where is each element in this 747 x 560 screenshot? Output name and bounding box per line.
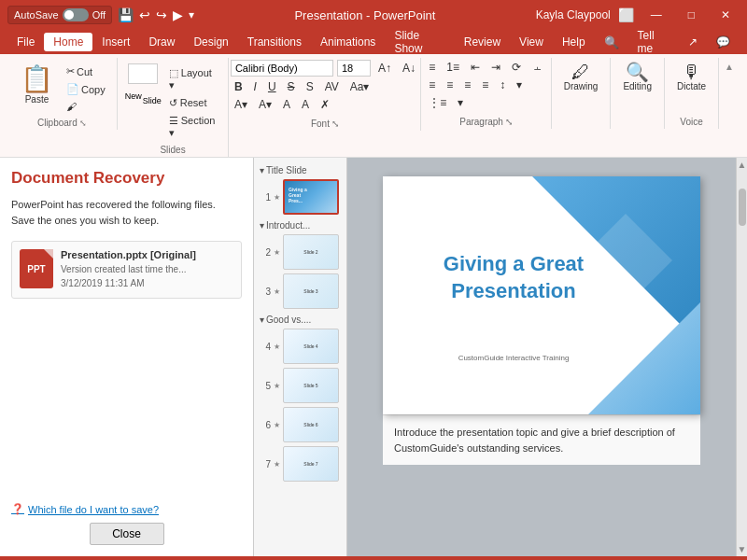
restore-icon[interactable]: ⬜ [618, 7, 634, 22]
align-center-button[interactable]: ≡ [443, 77, 457, 92]
editing-button[interactable]: 🔍 Editing [618, 60, 656, 94]
paragraph-expander[interactable]: ⤡ [505, 117, 513, 127]
font-label: Font ⤡ [236, 115, 413, 129]
menu-view[interactable]: View [510, 33, 553, 51]
minimize-button[interactable]: — [641, 7, 671, 23]
save-icon[interactable]: 💾 [118, 7, 134, 22]
slide-item-2[interactable]: 2 ★ Slide 2 [256, 232, 345, 272]
bold-button[interactable]: B [231, 79, 247, 94]
present-icon[interactable]: ▶ [173, 7, 183, 22]
font-expander[interactable]: ⤡ [331, 119, 339, 129]
align-left-button[interactable]: ≡ [425, 77, 439, 92]
justify-button[interactable]: ≡ [478, 77, 492, 92]
decrease-indent-button[interactable]: ⇤ [467, 60, 484, 75]
font-name-input[interactable] [231, 60, 333, 77]
slide-thumb-1[interactable]: Giving aGreatPres... [283, 179, 339, 215]
underline-button[interactable]: U [264, 79, 280, 94]
close-recovery-button[interactable]: Close [90, 523, 164, 545]
vertical-scrollbar[interactable]: ▲ ▼ [736, 158, 747, 556]
section-collapse-title[interactable]: ▾ [260, 165, 264, 175]
dictate-button[interactable]: 🎙 Dictate [672, 60, 711, 94]
columns-button[interactable]: ⫠ [529, 60, 547, 75]
clear-format-button[interactable]: ✗ [317, 97, 333, 112]
menu-review[interactable]: Review [455, 33, 510, 51]
slide-thumb-3[interactable]: Slide 3 [283, 273, 339, 309]
copy-button[interactable]: 📄 Copy [63, 81, 109, 97]
numbered-list-button[interactable]: 1≡ [443, 60, 463, 75]
line-spacing-button[interactable]: ↕ [496, 77, 509, 92]
dropdown-icon[interactable]: ▾ [189, 8, 194, 21]
menu-animations[interactable]: Animations [311, 33, 385, 51]
menu-home[interactable]: Home [44, 33, 92, 51]
maximize-button[interactable]: □ [679, 7, 704, 23]
microphone-icon: 🎙 [683, 63, 701, 81]
scroll-down-button[interactable]: ▼ [738, 544, 747, 554]
scroll-thumb[interactable] [739, 189, 746, 226]
strikethrough-button[interactable]: S [284, 79, 299, 94]
autosave-badge[interactable]: AutoSave Off [7, 6, 112, 24]
font-color-button[interactable]: A▾ [231, 97, 251, 112]
new-slide-button[interactable]: New [125, 91, 142, 101]
italic-button[interactable]: I [250, 79, 261, 94]
cut-button[interactable]: ✂ Cut [63, 63, 109, 79]
char-spacing-button[interactable]: AV [321, 79, 343, 94]
font-size-increase[interactable]: A↑ [374, 61, 395, 76]
undo-icon[interactable]: ↩ [139, 7, 150, 22]
slide-item-3[interactable]: 3 ★ Slide 3 [256, 272, 345, 311]
font-size-aa-down[interactable]: A [298, 97, 313, 112]
menu-file[interactable]: File [7, 33, 44, 51]
align-right-button[interactable]: ≡ [460, 77, 474, 92]
spacing-options-button[interactable]: ▾ [513, 77, 526, 92]
menu-transitions[interactable]: Transitions [238, 33, 311, 51]
text-direction-button[interactable]: ⟳ [508, 60, 525, 75]
menu-help[interactable]: Help [553, 33, 595, 51]
scroll-up-button[interactable]: ▲ [738, 160, 747, 170]
close-button[interactable]: ✕ [712, 7, 740, 23]
layout-button[interactable]: ⬚ Layout ▾ [165, 65, 221, 93]
section-button[interactable]: ☰ Section ▾ [165, 113, 221, 141]
slide-thumb-7[interactable]: Slide 7 [283, 446, 339, 482]
help-link-text: Which file do I want to save? [28, 504, 159, 515]
slide-thumb-5[interactable]: Slide 5 [283, 368, 339, 403]
tellme-input[interactable]: Tell me [628, 26, 679, 58]
slide-thumb-6[interactable]: Slide 6 [283, 407, 339, 442]
shadow-button[interactable]: S [303, 79, 317, 94]
smart-art-button[interactable]: ⋮≡ [425, 95, 450, 110]
menu-slideshow[interactable]: Slide Show [385, 26, 454, 58]
change-case-button[interactable]: Aa▾ [346, 79, 374, 94]
drawing-button[interactable]: 🖊 Drawing [559, 60, 603, 94]
menu-insert[interactable]: Insert [92, 33, 139, 51]
section-collapse-intro[interactable]: ▾ [260, 220, 264, 231]
ribbon-collapse-button[interactable]: ▲ [721, 60, 738, 74]
paste-button[interactable]: 📋 Paste [15, 60, 59, 108]
slide-item-1[interactable]: 1 ★ Giving aGreatPres... [256, 177, 345, 217]
share-icon[interactable]: ↗ [679, 33, 707, 51]
slide-thumb-2[interactable]: Slide 2 [283, 234, 339, 270]
slide-item-4[interactable]: 4 ★ Slide 4 [256, 327, 345, 366]
clipboard-expander[interactable]: ⤡ [79, 119, 87, 128]
comment-icon[interactable]: 💬 [707, 33, 740, 51]
font-size-input[interactable] [337, 60, 371, 77]
search-icon[interactable]: 🔍 [595, 33, 628, 52]
menu-draw[interactable]: Draw [139, 33, 184, 51]
slide-item-6[interactable]: 6 ★ Slide 6 [256, 405, 345, 444]
slide-canvas[interactable]: Giving a Great Presentation CustomGuide … [383, 176, 700, 414]
bullet-list-button[interactable]: ≡ [425, 60, 439, 75]
help-icon: ❓ [11, 503, 24, 515]
reset-button[interactable]: ↺ Reset [165, 95, 221, 111]
help-link[interactable]: ❓ Which file do I want to save? [11, 503, 242, 515]
slide-item-5[interactable]: 5 ★ Slide 5 [256, 366, 345, 405]
font-size-aa-up[interactable]: A [279, 97, 294, 112]
file-details: Presentation.pptx [Original] Version cre… [61, 249, 196, 290]
increase-indent-button[interactable]: ⇥ [487, 60, 504, 75]
font-highlight-button[interactable]: A▾ [255, 97, 275, 112]
slide-item-7[interactable]: 7 ★ Slide 7 [256, 444, 345, 483]
font-size-decrease[interactable]: A↓ [399, 61, 419, 76]
redo-icon[interactable]: ↪ [156, 7, 167, 22]
more-paragraph-button[interactable]: ▾ [454, 95, 467, 110]
autosave-toggle[interactable] [63, 8, 89, 21]
slide-thumb-4[interactable]: Slide 4 [283, 329, 339, 364]
section-collapse-good[interactable]: ▾ [260, 315, 264, 325]
format-painter-button[interactable]: 🖌 [63, 99, 109, 114]
menu-design[interactable]: Design [184, 33, 237, 51]
